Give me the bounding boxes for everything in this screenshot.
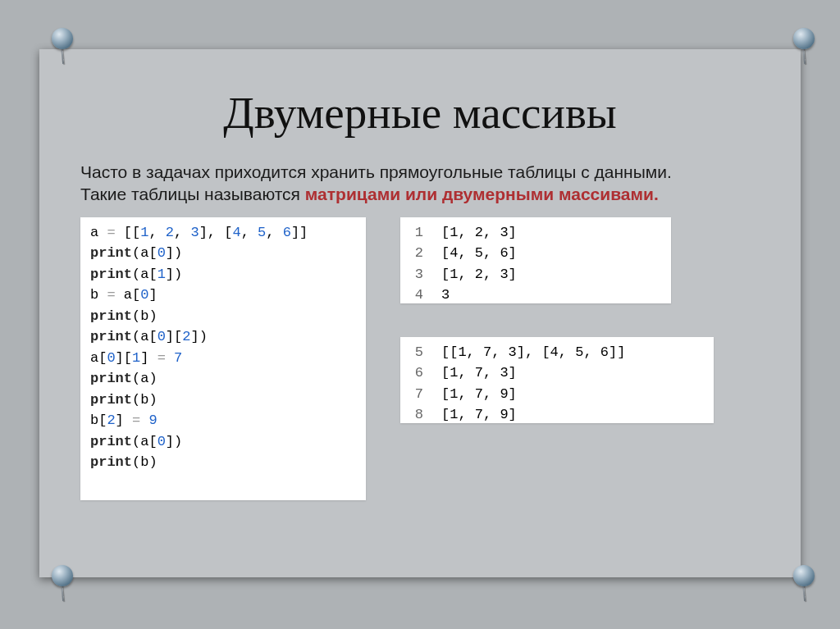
output-block-1: 1[1, 2, 3] 2[4, 5, 6] 3[1, 2, 3] 43 [400, 217, 671, 303]
output-block-2: 5[[1, 7, 3], [4, 5, 6]] 6[1, 7, 3] 7[1, … [400, 337, 714, 423]
intro-highlight: матрицами или двумерными массивами. [305, 185, 659, 203]
pushpin-icon [789, 28, 819, 69]
pushpin-icon [48, 28, 77, 69]
pushpin-icon [789, 565, 819, 606]
code-block: a = [[1, 2, 3], [4, 5, 6]] print(a[0]) p… [80, 217, 366, 500]
slide-title: Двумерные массивы [80, 87, 760, 139]
pushpin-icon [48, 565, 77, 606]
intro-paragraph: Часто в задачах приходится хранить прямо… [80, 162, 704, 206]
slide-body: Двумерные массивы Часто в задачах приход… [39, 49, 801, 577]
